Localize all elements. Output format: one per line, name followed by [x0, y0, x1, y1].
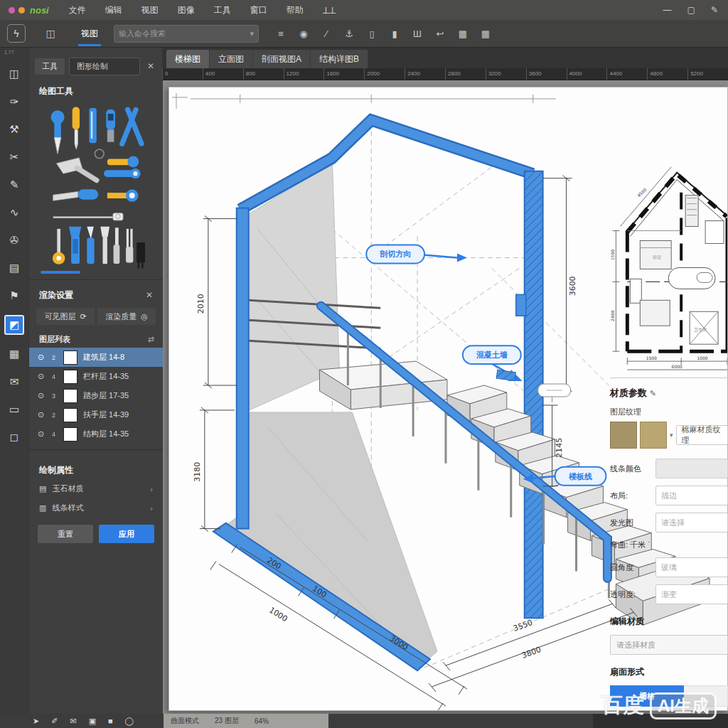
draw-icon[interactable]: ✑ — [6, 93, 23, 110]
quick-action-icon[interactable]: ϟ — [7, 24, 26, 43]
camera-icon[interactable]: ◉ — [294, 28, 313, 39]
search-caret-icon[interactable]: ▾ — [250, 29, 254, 38]
minimize-button[interactable]: — — [663, 5, 672, 15]
eye-icon[interactable]: ⊙ — [38, 410, 46, 419]
maximize-button[interactable]: ▢ — [687, 5, 695, 15]
layer-row[interactable]: ⊙ 3 踏步层 17-35 — [29, 386, 163, 405]
edit-icon[interactable]: ✎ — [650, 389, 656, 397]
grid-menu-icon[interactable]: ▦ — [476, 28, 495, 39]
line-color-input[interactable] — [655, 459, 728, 478]
search-input[interactable]: 输入命令搜索 ▾ — [114, 25, 259, 43]
corner-input[interactable]: 玻璃 — [655, 557, 728, 577]
ruler-tick: 0 — [162, 68, 203, 80]
clamp-icon[interactable]: ◻ — [6, 429, 23, 446]
drawing-paper[interactable]: 2010 3180 3600 2145 200 100 1000 3000 35… — [168, 87, 728, 711]
collaborators-icon[interactable]: ⊥⊥ — [322, 5, 336, 16]
texture-caret-icon[interactable]: ▾ — [670, 432, 673, 439]
curve-icon[interactable]: ∿ — [6, 204, 23, 221]
layer-row[interactable]: ⊙ 2 扶手层 14-39 — [29, 405, 163, 424]
layer-row[interactable]: ⊙ 2 建筑层 14-8 — [29, 348, 163, 367]
gradient-fill-icon[interactable]: ◩ — [4, 315, 24, 335]
reset-button[interactable]: 重置 — [38, 525, 93, 543]
eye-icon[interactable]: ⊙ — [38, 372, 46, 381]
menu-image[interactable]: 图像 — [178, 4, 195, 16]
doc-tab-4[interactable]: 结构详图B — [311, 50, 368, 68]
status-layers[interactable]: 23 图层 — [215, 716, 239, 726]
layer-thumbnail[interactable] — [63, 389, 77, 403]
hammer-icon[interactable]: ⚒ — [6, 121, 23, 138]
layer-row[interactable]: ⊙ 4 结构层 14-35 — [29, 424, 163, 444]
square-icon[interactable]: ■ — [108, 717, 113, 726]
tools-illustration[interactable] — [29, 100, 163, 269]
cloud-icon[interactable]: ◯ — [125, 717, 134, 726]
menu-help[interactable]: 帮助 — [287, 4, 304, 16]
texture-swatch-2[interactable] — [640, 422, 667, 449]
grid-icon[interactable]: ▦ — [454, 28, 472, 39]
image-icon[interactable]: ▣ — [89, 717, 96, 726]
layer-thumbnail[interactable] — [63, 427, 77, 441]
edit-mode-button[interactable]: ✎ — [711, 5, 718, 15]
anchor-icon[interactable]: ⚓ — [340, 28, 358, 39]
pen-icon[interactable]: ✎ — [6, 176, 23, 193]
layer-thumbnail[interactable] — [63, 408, 77, 422]
edit-material-input[interactable]: 请选择材质 — [610, 635, 728, 655]
texture-swatch-1[interactable] — [610, 422, 637, 449]
ruler-tick: 1200 — [284, 68, 324, 80]
layout-input[interactable]: 描边 — [655, 486, 728, 505]
w-tool-icon[interactable]: Ш — [408, 28, 427, 39]
eye-icon[interactable]: ⊙ — [38, 391, 46, 400]
material-row[interactable]: ▤ 玉石材质 › — [29, 479, 163, 498]
doc-tab-2[interactable]: 立面图 — [210, 50, 253, 68]
chat-icon[interactable]: ✉ — [70, 717, 76, 726]
artboard-icon[interactable]: ◫ — [6, 65, 23, 82]
frame-icon[interactable]: ▭ — [6, 401, 23, 418]
layer-thumbnail[interactable] — [63, 350, 77, 365]
render-quality-tab[interactable]: 渲染质量 ◎ — [97, 308, 156, 325]
menu-window[interactable]: 窗口 — [250, 4, 267, 16]
line-style-row[interactable]: ▥ 线条样式 › — [29, 498, 163, 518]
doc-tab-1[interactable]: 楼梯图 — [166, 50, 210, 68]
menu-tools[interactable]: 工具 — [214, 4, 231, 16]
eye-icon[interactable]: ⊙ — [38, 429, 46, 439]
status-mode[interactable]: 曲面模式 — [171, 716, 199, 726]
panel-scroll-indicator[interactable] — [41, 271, 80, 274]
tape-icon[interactable]: ✇ — [6, 232, 23, 249]
stamp-icon[interactable]: ▦ — [6, 346, 23, 363]
tools-tab[interactable]: 工具 — [35, 58, 65, 75]
battery-icon[interactable]: ▮ — [385, 28, 404, 39]
scissors-icon[interactable]: ✂ — [6, 149, 23, 166]
layout-icon[interactable]: ◫ — [41, 28, 60, 39]
swap-icon[interactable]: ⇄ — [148, 335, 154, 344]
ruler-tick: 2400 — [405, 68, 445, 80]
layer-row[interactable]: ⊙ 4 栏杆层 14-35 — [29, 367, 163, 386]
menu-file[interactable]: 文件 — [69, 4, 86, 16]
visible-layers-tab[interactable]: 可见图层 ⟳ — [36, 308, 95, 325]
mail-icon[interactable]: ✉ — [6, 373, 23, 390]
eye-icon[interactable]: ⊙ — [38, 353, 46, 362]
status-zoom[interactable]: 64% — [255, 717, 269, 725]
close-icon[interactable]: ✕ — [144, 60, 157, 73]
book-icon[interactable]: ▯ — [363, 28, 381, 39]
menu-items: 文件 编辑 视图 图像 工具 窗口 帮助 — [69, 4, 304, 16]
menu-edit[interactable]: 编辑 — [105, 4, 122, 16]
active-tool-tab[interactable]: 视图 — [75, 21, 104, 46]
flag-icon[interactable]: ⚑ — [6, 287, 23, 304]
pen-icon[interactable]: ✐ — [51, 717, 58, 726]
texture-name-input[interactable]: 棉麻材质纹理 — [676, 425, 728, 445]
menu-view[interactable]: 视图 — [141, 4, 159, 16]
alpha-input[interactable]: 渐变 — [655, 584, 728, 604]
table-icon[interactable]: ▤ — [6, 259, 23, 277]
line-tool-icon[interactable]: ∕ — [317, 28, 336, 39]
cursor-icon[interactable]: ➤ — [33, 717, 39, 726]
glow-input[interactable]: 请选择 — [655, 513, 728, 532]
undo-icon[interactable]: ↩ — [431, 28, 449, 39]
shape-draw-tab[interactable]: 图形绘制 — [69, 58, 140, 75]
application-window: nosi 文件 编辑 视图 图像 工具 窗口 帮助 ⊥⊥ — ▢ ✎ ϟ ◫ 视… — [0, 0, 728, 728]
close-icon[interactable]: ✕ — [143, 289, 156, 301]
canvas-area[interactable]: 2010 3180 3600 2145 200 100 1000 3000 35… — [162, 80, 728, 714]
layer-thumbnail[interactable] — [63, 370, 77, 384]
ruler-tick: 1600 — [323, 68, 364, 80]
apply-button[interactable]: 应用 — [99, 525, 154, 543]
doc-tab-3[interactable]: 剖面视图A — [253, 50, 311, 68]
align-icon[interactable]: ≡ — [272, 28, 290, 39]
